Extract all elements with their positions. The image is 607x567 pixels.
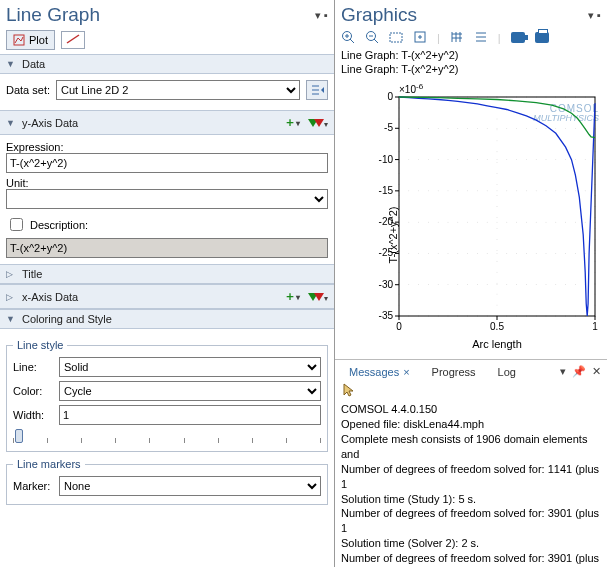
zoom-box-icon[interactable] [389, 30, 403, 46]
add-xexpr-button[interactable]: ＋▾ [284, 288, 300, 305]
expression-input[interactable] [6, 153, 328, 173]
svg-point-141 [438, 284, 439, 285]
snapshot-icon[interactable] [511, 32, 525, 45]
svg-point-145 [477, 284, 478, 285]
svg-point-130 [536, 253, 537, 254]
tab-menu-icon[interactable]: ▾ [560, 365, 566, 378]
section-data[interactable]: Data [0, 54, 334, 74]
svg-text:Arc length: Arc length [472, 338, 522, 350]
color-label: Color: [13, 385, 53, 397]
svg-point-91 [565, 190, 566, 191]
tab-messages[interactable]: Messages× [341, 363, 418, 381]
svg-point-110 [546, 221, 547, 222]
markers-legend: Line markers [13, 458, 85, 470]
tab-log[interactable]: Log [490, 363, 524, 381]
svg-text:-35: -35 [379, 310, 394, 321]
color-select[interactable]: Cycle [59, 381, 321, 401]
svg-point-62 [487, 159, 488, 160]
svg-point-143 [457, 284, 458, 285]
section-xaxis-label: x-Axis Data [22, 291, 278, 303]
dataset-goto-button[interactable] [306, 80, 328, 100]
yexpr-menu-button[interactable]: ▾ [308, 117, 328, 129]
plot-style-icon[interactable] [61, 31, 85, 49]
svg-point-128 [516, 253, 517, 254]
svg-point-127 [506, 253, 507, 254]
svg-point-125 [487, 253, 488, 254]
svg-point-42 [497, 127, 498, 128]
graphics-menu-icon[interactable]: ▾ ▪ [588, 9, 601, 22]
zoom-extents-icon[interactable] [413, 30, 427, 46]
print-icon[interactable] [535, 32, 549, 45]
dataset-select[interactable]: Cut Line 2D 2 [56, 80, 300, 100]
section-coloring[interactable]: Coloring and Style [0, 309, 334, 329]
svg-point-89 [546, 190, 547, 191]
tab-pin-icon[interactable]: 📌 [572, 365, 586, 378]
svg-point-103 [477, 221, 478, 222]
log-line: Number of degrees of freedom solved for:… [341, 506, 601, 536]
marker-select[interactable]: None [59, 476, 321, 496]
log-line: Solution time (Study 1): 5 s. [341, 492, 601, 507]
messages-panel: COMSOL 4.4.0.150 Opened file: diskLena44… [335, 381, 607, 567]
svg-point-106 [506, 221, 507, 222]
svg-point-33 [408, 127, 409, 128]
svg-text:×10-6: ×10-6 [399, 82, 424, 95]
svg-point-117 [408, 253, 409, 254]
svg-point-99 [438, 221, 439, 222]
svg-point-122 [457, 253, 458, 254]
pin-icon[interactable]: ▾ ▪ [315, 9, 328, 22]
svg-point-205 [497, 151, 498, 152]
chevron-right-icon [6, 292, 16, 302]
svg-point-139 [418, 284, 419, 285]
svg-text:0: 0 [387, 91, 393, 102]
svg-point-140 [428, 284, 429, 285]
svg-point-121 [448, 253, 449, 254]
log-line: Number of degrees of freedom solved for:… [341, 551, 601, 567]
zoom-in-icon[interactable] [341, 30, 355, 46]
log-line: COMSOL 4.4.0.150 [341, 402, 601, 417]
section-xaxis[interactable]: x-Axis Data ＋▾ ▾ [0, 284, 334, 309]
svg-text:0.5: 0.5 [490, 321, 504, 332]
description-input[interactable] [6, 238, 328, 258]
svg-point-120 [438, 253, 439, 254]
svg-point-81 [467, 190, 468, 191]
line-label: Line: [13, 361, 53, 373]
tab-progress[interactable]: Progress [424, 363, 484, 381]
description-label: Description: [30, 219, 88, 231]
svg-point-152 [546, 284, 547, 285]
close-icon[interactable]: × [403, 366, 409, 378]
svg-point-86 [516, 190, 517, 191]
svg-point-40 [477, 127, 478, 128]
svg-point-100 [448, 221, 449, 222]
svg-point-79 [448, 190, 449, 191]
tab-close-icon[interactable]: ✕ [592, 365, 601, 378]
svg-point-67 [536, 159, 537, 160]
unit-select[interactable] [6, 189, 328, 209]
xexpr-menu-button[interactable]: ▾ [308, 291, 328, 303]
svg-point-213 [497, 239, 498, 240]
section-yaxis[interactable]: y-Axis Data ＋▾ ▾ [0, 110, 334, 135]
svg-point-64 [506, 159, 507, 160]
add-yexpr-button[interactable]: ＋▾ [284, 114, 300, 131]
plot-button[interactable]: Plot [6, 30, 55, 50]
svg-point-92 [575, 190, 576, 191]
section-title[interactable]: Title [0, 264, 334, 284]
plot-info-1: Line Graph: T-(x^2+y^2) [341, 48, 601, 62]
svg-point-119 [428, 253, 429, 254]
zoom-out-icon[interactable] [365, 30, 379, 46]
grid-icon[interactable] [450, 30, 464, 46]
svg-point-93 [585, 190, 586, 191]
description-checkbox[interactable] [10, 218, 23, 231]
width-input[interactable] [59, 405, 321, 425]
chart-ylabel: T-(x^2+y^2) [387, 175, 399, 295]
svg-point-154 [565, 284, 566, 285]
svg-point-214 [497, 249, 498, 250]
svg-point-41 [487, 127, 488, 128]
svg-text:-5: -5 [384, 122, 393, 133]
svg-line-1 [67, 35, 79, 43]
width-slider[interactable] [13, 429, 321, 447]
svg-point-150 [526, 284, 527, 285]
svg-point-104 [487, 221, 488, 222]
legend-icon[interactable] [474, 30, 488, 46]
svg-point-50 [575, 127, 576, 128]
line-select[interactable]: Solid [59, 357, 321, 377]
